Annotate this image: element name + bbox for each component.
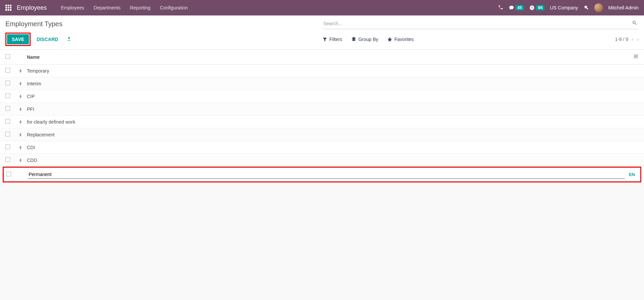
phone-icon[interactable] <box>498 5 503 11</box>
cp-actions: SAVE DISCARD <box>5 33 72 46</box>
cp-filters: Filters Group By Favorites 1-9 / 9 ‹ › <box>322 36 639 42</box>
filters-label: Filters <box>330 37 342 42</box>
row-checkbox[interactable] <box>5 157 10 162</box>
favorites-button[interactable]: Favorites <box>387 37 414 42</box>
row-name: PFI <box>27 106 34 112</box>
tools-icon[interactable] <box>583 5 589 11</box>
drag-handle-icon[interactable]: ▲▼ <box>19 69 27 73</box>
cp-bottom: SAVE DISCARD Filters Group By Favorites … <box>5 33 639 46</box>
pager-text: 1-9 / 9 <box>615 37 629 42</box>
groupby-button[interactable]: Group By <box>351 37 378 42</box>
user-name[interactable]: Mitchell Admin <box>608 5 639 10</box>
row-checkbox[interactable] <box>5 106 10 111</box>
table-row[interactable]: ▲▼CDI <box>0 141 644 154</box>
topbar-right: 45 66 US Company Mitchell Admin <box>498 3 639 12</box>
save-button[interactable]: SAVE <box>7 34 29 44</box>
row-name: CIP <box>27 94 35 99</box>
row-name: Interim <box>27 81 41 86</box>
nav-departments[interactable]: Departments <box>89 5 125 10</box>
cp-top: Employment Types <box>5 18 639 29</box>
row-checkbox[interactable] <box>5 119 10 124</box>
table-row[interactable]: ▲▼Temporary <box>0 65 644 77</box>
table-row[interactable]: ▲▼for clearly defined work <box>0 116 644 128</box>
row-name: Replacement <box>27 132 55 137</box>
search-icon[interactable] <box>632 20 637 27</box>
drag-handle-icon[interactable]: ▲▼ <box>19 120 27 124</box>
company-selector[interactable]: US Company <box>550 5 578 10</box>
row-name: Temporary <box>27 68 49 74</box>
apps-icon[interactable] <box>5 5 11 11</box>
pager-next-icon[interactable]: › <box>637 36 639 42</box>
page-title: Employment Types <box>5 18 63 28</box>
app-title: Employees <box>17 4 47 11</box>
drag-handle-icon[interactable]: ▲▼ <box>19 133 27 137</box>
nav-configuration[interactable]: Configuration <box>155 5 192 10</box>
row-name: CDD <box>27 158 37 163</box>
name-input[interactable] <box>28 170 625 179</box>
rows-container: ▲▼Temporary▲▼Interim▲▼CIP▲▼PFI▲▼for clea… <box>0 65 644 167</box>
table-row[interactable]: ▲▼CIP <box>0 90 644 103</box>
drag-handle-icon[interactable]: ▲▼ <box>19 145 27 149</box>
groupby-label: Group By <box>358 37 378 42</box>
nav-reporting[interactable]: Reporting <box>125 5 155 10</box>
table-row[interactable]: ▲▼CDD <box>0 154 644 167</box>
row-name: CDI <box>27 145 35 150</box>
row-checkbox[interactable] <box>5 68 10 73</box>
pager-prev-icon[interactable]: ‹ <box>632 36 633 42</box>
lang-badge[interactable]: EN <box>629 172 635 177</box>
list-settings-icon[interactable] <box>633 54 639 60</box>
row-checkbox[interactable] <box>5 132 10 136</box>
filters-button[interactable]: Filters <box>322 37 342 42</box>
avatar[interactable] <box>594 3 603 12</box>
activities-badge: 66 <box>536 5 544 10</box>
drag-handle-icon[interactable]: ▲▼ <box>19 158 27 162</box>
edit-row: EN <box>4 168 640 181</box>
row-checkbox[interactable] <box>5 81 10 85</box>
list-view: Name ▲▼Temporary▲▼Interim▲▼CIP▲▼PFI▲▼for… <box>0 50 644 182</box>
edit-row-highlight: EN <box>3 167 641 182</box>
search-area <box>322 18 639 29</box>
pager: 1-9 / 9 ‹ › <box>615 36 639 42</box>
favorites-label: Favorites <box>394 37 414 42</box>
select-all-checkbox[interactable] <box>5 54 10 59</box>
table-row[interactable]: ▲▼Interim <box>0 77 644 90</box>
topbar: Employees Employees Departments Reportin… <box>0 0 644 15</box>
messages-button[interactable]: 45 <box>509 5 524 10</box>
nav-employees[interactable]: Employees <box>56 5 89 10</box>
row-name: for clearly defined work <box>27 119 75 125</box>
activities-button[interactable]: 66 <box>529 5 544 10</box>
discard-button[interactable]: DISCARD <box>33 34 62 44</box>
list-header: Name <box>0 50 644 65</box>
messages-badge: 45 <box>516 5 524 10</box>
control-panel: Employment Types SAVE DISCARD Filters <box>0 15 644 50</box>
table-row[interactable]: ▲▼Replacement <box>0 128 644 141</box>
export-icon[interactable] <box>66 36 72 43</box>
column-header-name[interactable]: Name <box>27 54 40 60</box>
drag-handle-icon[interactable]: ▲▼ <box>19 94 27 98</box>
topbar-left: Employees Employees Departments Reportin… <box>5 4 192 11</box>
drag-handle-icon[interactable]: ▲▼ <box>19 107 27 111</box>
row-checkbox[interactable] <box>6 172 11 176</box>
drag-handle-icon[interactable]: ▲▼ <box>19 82 27 86</box>
row-checkbox[interactable] <box>5 144 10 149</box>
save-highlight: SAVE <box>5 33 31 46</box>
table-row[interactable]: ▲▼PFI <box>0 103 644 116</box>
search-input[interactable] <box>322 18 639 29</box>
row-checkbox[interactable] <box>5 93 10 98</box>
